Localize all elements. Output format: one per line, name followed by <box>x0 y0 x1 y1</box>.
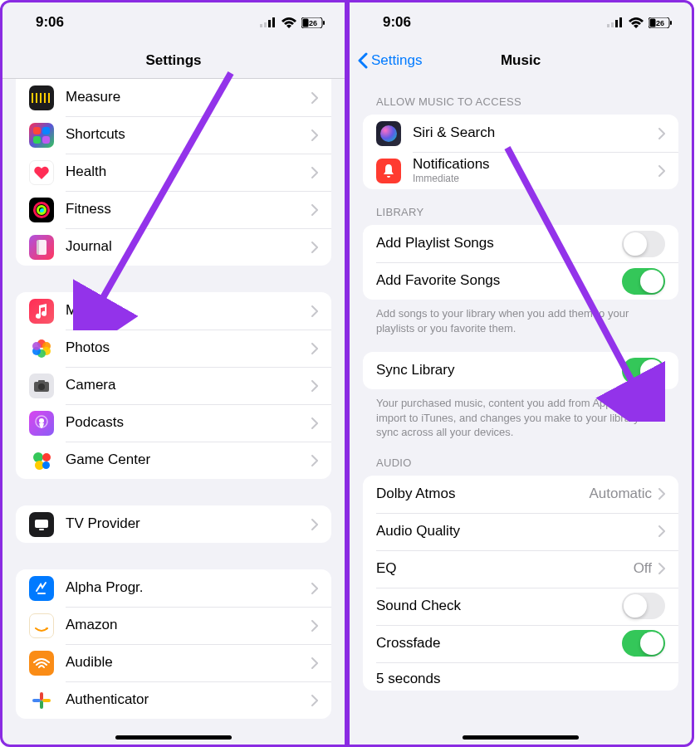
row-audible[interactable]: Audible <box>16 644 331 681</box>
nav-bar: Settings Music <box>350 42 692 79</box>
label: 5 seconds <box>376 671 665 687</box>
phone-settings: 9:06 26 Settings Measure Shortcuts <box>0 0 347 747</box>
chevron-right-icon <box>311 343 318 354</box>
chevron-right-icon <box>311 204 318 216</box>
music-icon <box>29 299 54 324</box>
label: Music <box>66 302 311 319</box>
status-time: 9:06 <box>36 14 64 31</box>
row-sync-library[interactable]: Sync Library <box>363 352 678 389</box>
label: Dolby Atmos <box>376 486 589 502</box>
chevron-right-icon <box>658 488 665 500</box>
svg-rect-20 <box>615 20 618 27</box>
row-eq[interactable]: EQ Off <box>363 550 678 588</box>
row-siri-search[interactable]: Siri & Search <box>363 115 678 152</box>
alpha-icon <box>29 576 54 601</box>
audible-icon <box>29 651 54 676</box>
row-fitness[interactable]: Fitness <box>16 191 331 228</box>
chevron-left-icon <box>358 52 368 69</box>
row-measure[interactable]: Measure <box>16 79 331 116</box>
home-indicator[interactable] <box>115 735 232 740</box>
music-settings-list[interactable]: ALLOW MUSIC TO ACCESS Siri & Search Noti… <box>350 79 692 745</box>
row-health[interactable]: Health <box>16 154 331 191</box>
svg-rect-23 <box>650 18 656 27</box>
row-camera[interactable]: Camera <box>16 367 331 404</box>
row-podcasts[interactable]: Podcasts <box>16 404 331 442</box>
toggle-sync-library[interactable] <box>622 358 665 384</box>
row-authenticator[interactable]: Authenticator <box>16 681 331 719</box>
amazon-icon <box>29 613 54 638</box>
tv-provider-icon <box>29 512 54 537</box>
label: Podcasts <box>66 414 311 431</box>
chevron-right-icon <box>311 620 318 632</box>
sublabel: Immediate <box>413 173 658 184</box>
battery-icon: 26 <box>301 17 325 28</box>
chevron-right-icon <box>658 128 665 139</box>
chevron-right-icon <box>311 695 318 706</box>
measure-icon <box>29 85 54 110</box>
row-music[interactable]: Music <box>16 292 331 330</box>
back-button[interactable]: Settings <box>358 42 422 79</box>
siri-icon <box>376 121 401 146</box>
group-system-apps-1: Measure Shortcuts Health Fitness <box>16 79 331 266</box>
svg-rect-9 <box>37 240 39 255</box>
nav-title: Music <box>501 52 541 69</box>
chevron-right-icon <box>311 305 318 317</box>
row-tv-provider[interactable]: TV Provider <box>16 505 331 543</box>
group-access: Siri & Search Notifications Immediate <box>363 115 678 189</box>
group-sync: Sync Library <box>363 352 678 389</box>
home-indicator[interactable] <box>463 735 579 740</box>
svg-rect-15 <box>35 520 48 528</box>
row-audio-quality[interactable]: Audio Quality <box>363 513 678 550</box>
svg-rect-3 <box>272 17 275 27</box>
row-shortcuts[interactable]: Shortcuts <box>16 116 331 154</box>
toggle-crossfade[interactable] <box>622 630 665 657</box>
row-game-center[interactable]: Game Center <box>16 442 331 479</box>
row-photos[interactable]: Photos <box>16 330 331 367</box>
section-header-audio: AUDIO <box>350 445 692 476</box>
chevron-right-icon <box>658 525 665 537</box>
row-notifications[interactable]: Notifications Immediate <box>363 152 678 189</box>
label: Add Playlist Songs <box>376 235 622 251</box>
row-crossfade-duration[interactable]: 5 seconds <box>363 662 678 691</box>
authenticator-icon <box>29 688 54 713</box>
label: Authenticator <box>66 691 311 708</box>
settings-list[interactable]: Measure Shortcuts Health Fitness <box>2 79 345 745</box>
group-library: Add Playlist Songs Add Favorite Songs <box>363 225 678 300</box>
chevron-right-icon <box>311 455 318 466</box>
label: Crossfade <box>376 635 622 652</box>
toggle-sound-check[interactable] <box>622 593 665 619</box>
row-alpha[interactable]: Alpha Progr. <box>16 569 331 607</box>
group-tv: TV Provider <box>16 505 331 543</box>
footer-library-2: Your purchased music, content you add fr… <box>350 389 692 445</box>
podcasts-icon <box>29 411 54 436</box>
group-third-party: Alpha Progr. Amazon Audible Authenticato <box>16 569 331 719</box>
svg-rect-19 <box>611 22 614 27</box>
chevron-right-icon <box>311 242 318 253</box>
row-journal[interactable]: Journal <box>16 228 331 266</box>
svg-point-11 <box>38 383 45 390</box>
row-add-favorite-songs[interactable]: Add Favorite Songs <box>363 262 678 300</box>
value: Automatic <box>589 486 652 502</box>
label: Health <box>66 164 311 180</box>
chevron-right-icon <box>311 167 318 178</box>
chevron-right-icon <box>658 165 665 177</box>
row-dolby-atmos[interactable]: Dolby Atmos Automatic <box>363 476 678 513</box>
row-amazon[interactable]: Amazon <box>16 607 331 644</box>
notifications-icon <box>376 159 401 183</box>
fitness-icon <box>29 198 54 222</box>
row-crossfade[interactable]: Crossfade <box>363 625 678 662</box>
row-sound-check[interactable]: Sound Check <box>363 588 678 625</box>
toggle-add-playlist[interactable] <box>622 231 665 257</box>
nav-bar: Settings <box>2 42 345 79</box>
label: Sync Library <box>376 362 622 378</box>
signal-icon <box>607 17 624 27</box>
photos-icon <box>29 336 54 361</box>
row-add-playlist-songs[interactable]: Add Playlist Songs <box>363 225 678 262</box>
camera-icon <box>29 374 54 398</box>
svg-point-13 <box>39 418 44 423</box>
toggle-add-favorite[interactable] <box>622 268 665 295</box>
svg-text:26: 26 <box>309 19 317 27</box>
svg-text:26: 26 <box>656 19 664 27</box>
battery-icon: 26 <box>649 17 672 28</box>
chevron-right-icon <box>311 417 318 429</box>
